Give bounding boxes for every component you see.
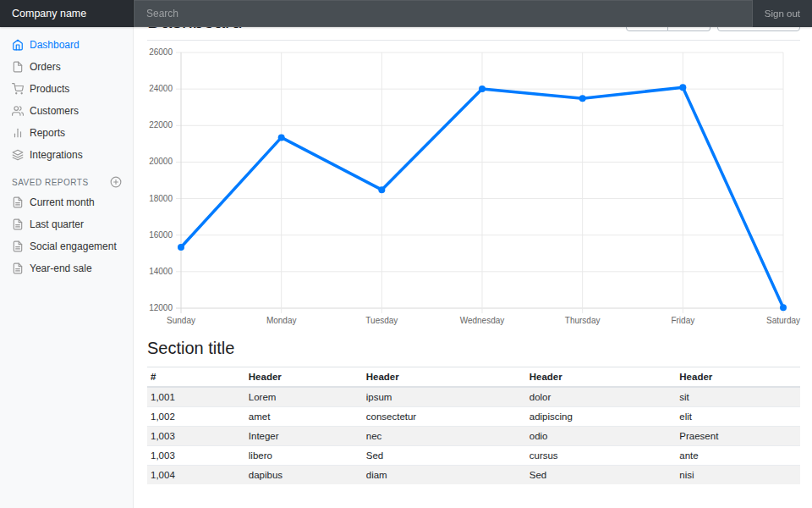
sidebar-item-label: Orders [30,61,61,73]
chart-point [579,95,586,102]
table-cell: Integer [245,427,363,446]
table-cell: cursus [526,446,677,466]
sidebar-item-label: Current month [30,196,95,208]
layers-icon [12,149,24,161]
users-icon [12,105,24,117]
table-cell: 1,004 [147,466,245,485]
sidebar-item-label: Year-end sale [30,262,92,274]
table-cell: amet [245,407,363,427]
tick-label: 18000 [149,194,173,203]
table-cell: Sed [363,446,526,466]
table-cell: Praesent [676,427,800,446]
saved-reports-nav: Current monthLast quarterSocial engageme… [0,191,134,279]
sidebar-item-year-end-sale[interactable]: Year-end sale [0,257,134,279]
bar-chart-icon [12,127,24,139]
sidebar-item-label: Integrations [30,149,83,161]
sidebar-item-integrations[interactable]: Integrations [0,144,134,166]
tick-label: Thursday [565,316,601,325]
table-row: 1,003liberoSedcursusante [147,446,800,466]
chart-point [178,244,184,251]
sidebar-item-dashboard[interactable]: Dashboard [0,34,134,56]
table-cell: dolor [526,387,677,407]
table-cell: 1,003 [147,446,245,466]
home-icon [12,39,24,51]
table-cell: adipiscing [526,407,677,427]
tick-label: Tuesday [365,316,398,325]
sidebar-item-label: Last quarter [30,218,84,230]
tick-label: Sunday [167,316,195,325]
table-column-header: Header [363,367,526,388]
sidebar-item-customers[interactable]: Customers [0,100,134,122]
table-cell: nisi [676,466,800,485]
sidebar-item-label: Social engagement [30,240,117,252]
table-row: 1,002ametconsecteturadipiscingelit [147,407,800,427]
file-text-icon [12,262,24,274]
tick-label: Friday [671,316,694,325]
file-icon [12,61,24,73]
saved-reports-heading: Saved reports [0,166,134,191]
sidebar-item-orders[interactable]: Orders [0,56,134,78]
file-text-icon [12,196,24,208]
table-header-row: #HeaderHeaderHeaderHeader [147,367,800,388]
table-column-header: # [147,367,245,388]
brand: Company name [0,0,134,27]
tick-label: 26000 [149,47,173,57]
table-cell: Lorem [245,387,363,407]
chart-point [780,304,787,311]
table-cell: dapibus [245,466,363,485]
table-cell: ipsum [363,387,526,407]
tick-label: Saturday [766,316,800,325]
table-column-header: Header [245,367,363,388]
search-input[interactable] [134,0,753,27]
weekly-line-chart: 1200014000160001800020000220002400026000… [147,46,800,327]
sign-out-link[interactable]: Sign out [753,0,812,27]
section-title: Section title [147,339,800,358]
main-content: Dashboard Share Export This week 1200014… [134,0,812,484]
table-cell: sit [676,387,800,407]
chart-point [679,84,686,91]
chart-point [479,86,486,92]
table-cell: ante [676,446,800,466]
tick-label: 24000 [149,84,173,93]
table-cell: odio [526,427,677,446]
table-cell: diam [363,466,526,485]
sidebar-item-label: Reports [30,127,65,139]
tick-label: Wednesday [460,316,505,325]
sidebar-nav: DashboardOrdersProductsCustomersReportsI… [0,34,134,166]
line-chart-svg: 1200014000160001800020000220002400026000… [147,46,807,327]
table-cell: Sed [526,466,677,485]
table-cell: nec [363,427,526,446]
chart-point [378,186,385,193]
table-row: 1,001Loremipsumdolorsit [147,387,800,407]
table-row: 1,004dapibusdiamSednisi [147,466,800,485]
tick-label: 14000 [149,267,173,276]
file-text-icon [12,240,24,252]
table-cell: elit [676,407,800,427]
sidebar-item-current-month[interactable]: Current month [0,191,134,213]
table-cell: 1,001 [147,387,245,407]
chart-point [278,134,285,141]
sidebar-item-label: Products [30,83,69,95]
sidebar-item-social-engagement[interactable]: Social engagement [0,235,134,257]
table-cell: libero [245,446,363,466]
top-navbar: Company name Sign out [0,0,812,27]
tick-label: 16000 [149,230,173,240]
table-row: 1,003IntegernecodioPraesent [147,427,800,446]
tick-label: 20000 [149,157,173,166]
table-column-header: Header [526,367,677,388]
sidebar-item-products[interactable]: Products [0,78,134,100]
table-column-header: Header [676,367,800,388]
sidebar-item-last-quarter[interactable]: Last quarter [0,213,134,235]
file-text-icon [12,218,24,230]
table-cell: 1,003 [147,427,245,446]
sidebar-item-label: Dashboard [30,39,80,51]
table-cell: consectetur [363,407,526,427]
table-cell: 1,002 [147,407,245,427]
tick-label: 12000 [149,303,173,312]
saved-reports-label: Saved reports [12,178,89,187]
plus-circle-icon[interactable] [110,176,122,188]
sidebar-item-label: Customers [30,105,79,117]
tick-label: Monday [266,316,297,325]
data-table: #HeaderHeaderHeaderHeader 1,001Loremipsu… [147,367,800,484]
sidebar-item-reports[interactable]: Reports [0,122,134,144]
